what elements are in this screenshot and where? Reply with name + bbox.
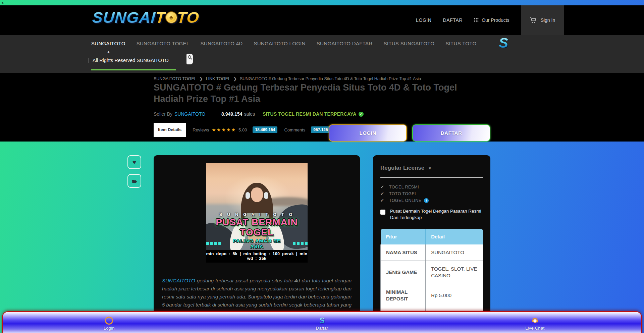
caret-down-icon: ▼ xyxy=(428,166,432,171)
collection-button[interactable] xyxy=(127,174,141,188)
search-button[interactable] xyxy=(186,54,193,64)
model-face xyxy=(251,187,263,202)
license-checkbox[interactable] xyxy=(380,210,385,215)
back-char: < xyxy=(1,0,4,5)
comments-label[interactable]: Comments xyxy=(284,127,305,132)
sign-in-label: Sign In xyxy=(541,17,555,23)
overlay-info-strip: min depo : 5k | min beting : 100 perak |… xyxy=(206,250,308,263)
product-image[interactable]: S U N G A I T O T O PUSAT BERMAIN TOGEL … xyxy=(206,163,308,263)
checkbox-label: Pusat Bermain Togel Dengan Pasaran Resmi… xyxy=(390,208,483,221)
seller-row: Seller By SUNGAITOTO 8.949.154 sales SIT… xyxy=(154,111,364,117)
feature-row: ✔ TOGEL RESMI xyxy=(380,184,483,189)
description-link[interactable]: SUNGAITOTO xyxy=(162,278,195,283)
header-login-link[interactable]: LOGIN xyxy=(416,17,432,23)
nav-item-sungaitoto-daftar[interactable]: SUNGAITOTO DAFTAR xyxy=(317,41,373,46)
divider xyxy=(380,177,483,178)
check-icon: ✔ xyxy=(380,191,384,196)
table-header-detail: Detail xyxy=(426,229,483,244)
nav-item-situs-sungaitoto[interactable]: SITUS SUNGAITOTO xyxy=(384,41,435,46)
logo-text-t: T xyxy=(155,8,166,26)
overlay-subtitle-row: PALING AMAN SE ASIA xyxy=(206,238,308,249)
table-row: MINIMAL DEPOSIT Rp 5.000 xyxy=(381,284,483,307)
info-icon[interactable]: i xyxy=(424,198,429,203)
bottom-login-label: Login xyxy=(104,326,115,331)
dropdown-all-rights[interactable]: All Rights Reserved SUNGAITOTO xyxy=(89,58,169,63)
nav-item-sungaitoto-4d[interactable]: SUNGAITOTO 4D xyxy=(201,41,243,46)
check-icon: ✔ xyxy=(380,198,384,203)
dash-decoration xyxy=(293,242,308,245)
bottom-livechat-label: Live Chat xyxy=(525,326,544,331)
header: SUNGAIT♣TO LOGIN DAFTAR Our Products Sig… xyxy=(0,5,644,35)
daftar-button[interactable]: DAFTAR xyxy=(412,124,490,142)
table-header-fitur: Fitur xyxy=(381,229,426,244)
chevron-right-icon: ❯ xyxy=(200,76,203,81)
table-cell: NAMA SITUS xyxy=(381,244,426,261)
breadcrumb-item[interactable]: LINK TOGEL xyxy=(206,76,230,81)
page: < SUNGAIT♣TO LOGIN DAFTAR Our Products S… xyxy=(0,0,644,333)
coin-icon: ♣ xyxy=(165,11,177,23)
verified-text: SITUS TOGEL RESMI DAN TERPERCAYA xyxy=(263,111,356,117)
seller-name-link[interactable]: SUNGAITOTO xyxy=(174,111,205,117)
grid-icon xyxy=(474,18,479,22)
login-button[interactable]: LOGIN xyxy=(329,124,407,142)
bottom-daftar-button[interactable]: S Daftar xyxy=(302,317,342,331)
breadcrumb-current: SUNGAITOTO # Gedung Terbesar Penyedia Si… xyxy=(240,76,421,81)
table-cell: SUNGAITOTO xyxy=(426,244,483,261)
login-arrow-icon: → xyxy=(105,317,113,325)
bottom-daftar-label: Daftar xyxy=(316,326,328,331)
image-overlay: S U N G A I T O T O PUSAT BERMAIN TOGEL … xyxy=(206,212,308,263)
s-logo-icon: S xyxy=(499,35,508,51)
header-right: LOGIN DAFTAR Our Products Sign In xyxy=(416,5,564,35)
table-row: JENIS GAME TOGEL, SLOT, LIVE CASINO xyxy=(381,261,483,284)
nav-item-sungaitoto-togel[interactable]: SUNGAITOTO TOGEL xyxy=(137,41,190,46)
reviews-label[interactable]: Reviews xyxy=(193,127,209,132)
logo-text-sungai: SUNGAI xyxy=(92,8,156,26)
feature-row: ✔ TOGEL ONLINE i xyxy=(380,198,483,203)
reviews-count-badge[interactable]: 18.469.154 xyxy=(253,126,277,133)
caret-up-icon: ▲ xyxy=(107,50,110,54)
license-card: Regular License ▼ ✔ TOGEL RESMI ✔ TOTO T… xyxy=(373,155,490,333)
favorite-button[interactable]: ♥ xyxy=(127,155,141,169)
nav-item-sungaitoto[interactable]: SUNGAITOTO xyxy=(91,41,125,46)
bottom-bar-items: → Login S Daftar Live Chat xyxy=(3,312,641,333)
item-tabs-row: Item Details Reviews ★★★★★ 5.00 18.469.1… xyxy=(154,123,352,137)
license-header[interactable]: Regular License ▼ xyxy=(380,165,483,171)
nav-item-sungaitoto-login[interactable]: SUNGAITOTO LOGIN xyxy=(254,41,305,46)
folder-open-icon xyxy=(131,178,138,184)
product-card: S U N G A I T O T O PUSAT BERMAIN TOGEL … xyxy=(154,155,360,333)
bottom-action-bar: → Login S Daftar Live Chat xyxy=(2,311,642,333)
overlay-title: PUSAT BERMAIN TOGEL xyxy=(206,217,308,237)
feature-label: TOGEL ONLINE xyxy=(389,198,422,203)
table-cell: TOGEL, SLOT, LIVE CASINO xyxy=(426,261,483,284)
sign-in-button[interactable]: Sign In xyxy=(521,5,564,35)
bottom-livechat-button[interactable]: Live Chat xyxy=(515,317,555,331)
heart-icon: ♥ xyxy=(132,159,136,166)
verified-badge-icon: ✓ xyxy=(359,112,364,117)
nav-menu: SUNGAITOTO SUNGAITOTO TOGEL SUNGAITOTO 4… xyxy=(91,35,476,52)
livechat-headset-icon xyxy=(531,317,539,325)
chevron-right-icon: ❯ xyxy=(233,76,237,81)
dash-decoration xyxy=(206,242,221,245)
header-daftar-link[interactable]: DAFTAR xyxy=(443,17,463,23)
our-products-label: Our Products xyxy=(482,17,509,23)
our-products-menu[interactable]: Our Products xyxy=(474,17,509,23)
breadcrumb-item[interactable]: SUNGAITOTO TOGEL xyxy=(154,76,197,81)
bottom-login-button[interactable]: → Login xyxy=(89,317,129,331)
license-title: Regular License xyxy=(380,165,424,171)
site-logo[interactable]: SUNGAIT♣TO xyxy=(92,8,200,26)
sales-count: 8.949.154 xyxy=(221,111,242,117)
comments-count-badge[interactable]: 957.125 xyxy=(311,126,330,133)
overlay-brand: S U N G A I T O T O xyxy=(206,212,308,217)
nav-item-situs-toto[interactable]: SITUS TOTO xyxy=(445,41,476,46)
table-cell: JENIS GAME xyxy=(381,261,426,284)
page-title: SUNGAITOTO # Gedung Terbesar Penyedia Si… xyxy=(154,82,484,105)
tab-item-details[interactable]: Item Details xyxy=(154,123,186,137)
checkbox-row: Pusat Bermain Togel Dengan Pasaran Resmi… xyxy=(380,208,483,221)
seller-by-label: Seller By xyxy=(154,111,172,117)
table-row: NAMA SITUS SUNGAITOTO xyxy=(381,244,483,261)
features-table: Fitur Detail NAMA SITUS SUNGAITOTO JENIS… xyxy=(380,229,483,324)
check-icon: ✔ xyxy=(380,184,384,189)
overlay-subtitle: PALING AMAN SE ASIA xyxy=(225,238,288,249)
feature-label: TOGEL RESMI xyxy=(389,185,419,189)
s-logo-icon: S xyxy=(319,317,325,325)
